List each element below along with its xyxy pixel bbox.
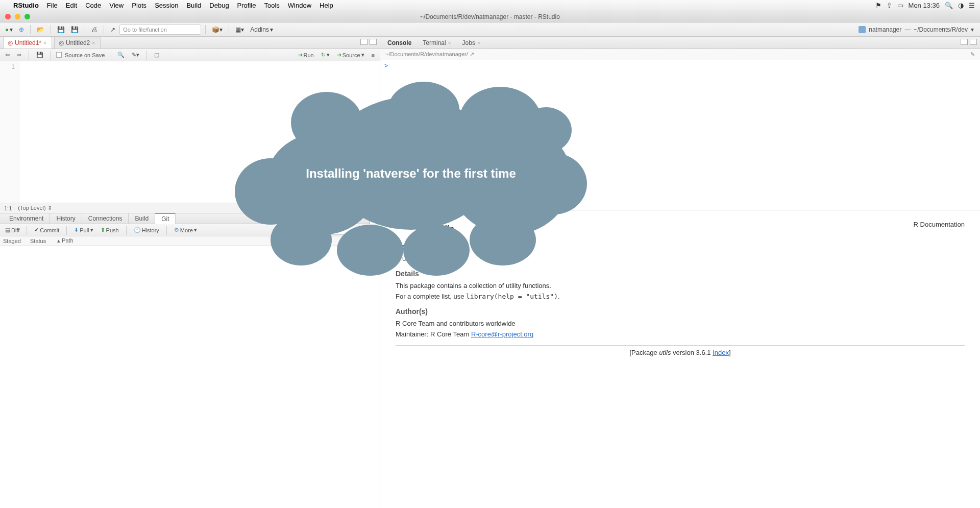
- git-commit-button[interactable]: ✔ Commit: [32, 226, 61, 234]
- menu-window[interactable]: Window: [288, 2, 311, 9]
- maximize-pane-button[interactable]: [970, 39, 977, 45]
- scope-selector[interactable]: (Top Level) ⇕: [18, 205, 52, 211]
- source-button[interactable]: ➔ Source ▾: [335, 51, 366, 59]
- minimize-pane-button[interactable]: [370, 212, 377, 219]
- rstudio-toolbar: ●▾ ⊕ 📂 💾 💾 🖨 ↗ Go to file/function 📦▾ ▦▾…: [0, 22, 980, 37]
- build-tools-button[interactable]: 📦▾: [210, 25, 225, 34]
- help-package-footer: [Package utils version 3.6.1 Index]: [396, 349, 965, 356]
- new-project-button[interactable]: ⊕: [17, 25, 26, 34]
- save-all-button[interactable]: 💾: [69, 25, 81, 34]
- help-description-heading: Description: [396, 243, 965, 251]
- git-file-list[interactable]: [0, 246, 380, 508]
- tab-history[interactable]: History: [50, 213, 82, 224]
- save-source-button[interactable]: 💾: [34, 51, 45, 59]
- cursor-position: 1:1: [4, 205, 12, 211]
- r-documentation-label: R Documentation: [914, 221, 965, 228]
- run-button[interactable]: ➔ Run: [296, 51, 316, 59]
- menu-view[interactable]: View: [109, 2, 124, 9]
- grid-button[interactable]: ▦▾: [233, 25, 246, 34]
- file-icon: ◎: [59, 39, 64, 46]
- macos-menubar: RStudio File Edit Code View Plots Sessio…: [0, 0, 980, 11]
- maintainer-email-link[interactable]: R-core@r-project.org: [471, 330, 533, 338]
- col-staged[interactable]: Staged: [3, 238, 26, 244]
- goto-file-input[interactable]: Go to file/function: [119, 25, 201, 35]
- clock[interactable]: Mon 13:36: [909, 2, 940, 9]
- open-file-button[interactable]: 📂: [35, 25, 46, 34]
- minimize-window-button[interactable]: [15, 14, 20, 19]
- tab-untitled1[interactable]: ◎ Untitled1* ×: [3, 37, 52, 49]
- source-on-save-label: Source on Save: [65, 52, 105, 58]
- clear-console-icon[interactable]: ✎: [970, 51, 975, 58]
- status-icon[interactable]: ⚑: [875, 2, 881, 9]
- menu-debug[interactable]: Debug: [209, 2, 229, 9]
- git-toolbar: ▤ Diff ✔ Commit ⬇ Pull ▾ ⬆ Push 🕘 Histor…: [0, 224, 380, 236]
- col-path[interactable]: ▴ Path: [57, 237, 74, 244]
- battery-icon[interactable]: ▭: [897, 2, 903, 9]
- forward-button[interactable]: ⇨: [15, 51, 23, 59]
- menu-code[interactable]: Code: [85, 2, 101, 9]
- source-editor[interactable]: 1: [0, 61, 380, 203]
- find-button[interactable]: 🔍: [115, 51, 127, 59]
- git-refresh-button[interactable]: ↻: [368, 226, 377, 234]
- menu-profile[interactable]: Profile: [237, 2, 256, 9]
- tab-connections[interactable]: Connections: [82, 213, 129, 224]
- compile-report-button[interactable]: ▢: [152, 51, 161, 59]
- tab-build[interactable]: Build: [129, 213, 155, 224]
- menu-extras-icon[interactable]: ☰: [969, 2, 975, 9]
- tab-console[interactable]: Console: [383, 37, 416, 49]
- close-tab-icon[interactable]: ×: [43, 40, 46, 46]
- file-icon: ◎: [8, 39, 13, 46]
- menu-session[interactable]: Session: [155, 2, 178, 9]
- source-on-save-checkbox[interactable]: [56, 52, 62, 58]
- menu-tools[interactable]: Tools: [264, 2, 279, 9]
- git-pull-button[interactable]: ⬇ Pull ▾: [72, 226, 95, 234]
- maximize-pane-button[interactable]: [370, 39, 377, 45]
- tab-untitled2[interactable]: ◎ Untitled2 ×: [54, 37, 101, 49]
- editor-statusbar: 1:1 (Top Level) ⇕: [0, 203, 380, 213]
- print-button[interactable]: 🖨: [89, 25, 100, 34]
- minimize-pane-button[interactable]: [360, 39, 368, 45]
- git-diff-button[interactable]: ▤ Diff: [3, 226, 21, 234]
- spotlight-icon[interactable]: 🔍: [945, 2, 953, 9]
- project-menu[interactable]: natmanager — ~/Documents/R/dev ▾: [859, 26, 977, 33]
- tab-terminal[interactable]: Terminal ×: [419, 37, 456, 49]
- new-file-button[interactable]: ●▾: [3, 25, 15, 34]
- zoom-window-button[interactable]: [24, 14, 30, 19]
- menu-help[interactable]: Help: [320, 2, 333, 9]
- menu-build[interactable]: Build: [186, 2, 201, 9]
- minimize-pane-button[interactable]: [961, 39, 968, 45]
- tab-environment[interactable]: Environment: [3, 213, 50, 224]
- git-push-button[interactable]: ⬆ Push: [99, 226, 121, 234]
- help-pane[interactable]: R Documentation e R Utils Description R …: [380, 210, 980, 508]
- back-button[interactable]: ⇦: [3, 51, 12, 59]
- help-index-link[interactable]: Index: [713, 349, 729, 356]
- console-output[interactable]: >: [380, 60, 980, 71]
- tab-jobs[interactable]: Jobs ×: [458, 37, 485, 49]
- console-path-arrow-icon[interactable]: ↗: [470, 51, 474, 57]
- help-details-text1: This package contains a collection of ut…: [396, 282, 965, 289]
- app-menu[interactable]: RStudio: [13, 2, 39, 9]
- save-button[interactable]: 💾: [55, 25, 67, 34]
- source-toolbar: ⇦ ⇨ 💾 Source on Save 🔍 ✎▾ ▢ ➔ Run ↻▾: [0, 49, 380, 61]
- git-search-input[interactable]: 🔍: [314, 226, 365, 235]
- addins-button[interactable]: Addins ▾: [248, 25, 275, 34]
- close-window-button[interactable]: [5, 14, 11, 19]
- siri-icon[interactable]: ◑: [958, 2, 964, 9]
- git-history-button[interactable]: 🕘 History: [132, 226, 161, 234]
- menu-file[interactable]: File: [47, 2, 58, 9]
- menu-plots[interactable]: Plots: [132, 2, 146, 9]
- line-gutter: 1: [0, 61, 19, 203]
- wand-button[interactable]: ✎▾: [130, 51, 141, 59]
- rerun-button[interactable]: ↻▾: [319, 51, 332, 59]
- menu-edit[interactable]: Edit: [66, 2, 77, 9]
- git-more-button[interactable]: ⚙ More ▾: [172, 226, 199, 234]
- outline-button[interactable]: ≡: [370, 51, 377, 59]
- tab-git[interactable]: Git: [155, 213, 176, 224]
- git-columns-header: Staged Status ▴ Path: [0, 236, 380, 246]
- close-tab-icon[interactable]: ×: [92, 40, 95, 46]
- console-prompt: >: [384, 62, 388, 69]
- editor-text-area[interactable]: [19, 61, 380, 203]
- wifi-icon[interactable]: ⇪: [887, 2, 892, 9]
- col-status[interactable]: Status: [30, 238, 53, 244]
- help-description-text: R utility functions: [396, 255, 965, 262]
